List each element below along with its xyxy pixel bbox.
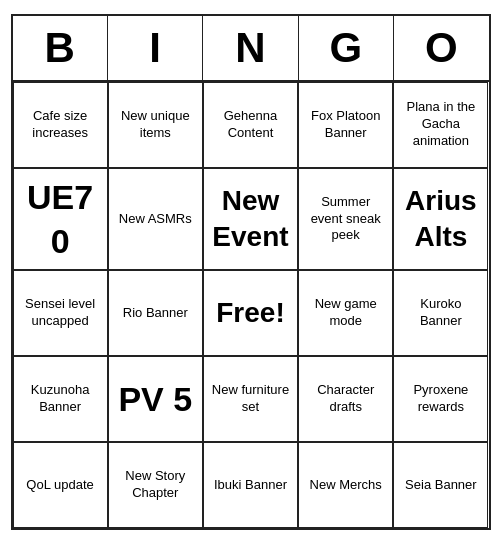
bingo-letter-i: I [108, 16, 203, 80]
bingo-card: BINGO Cafe size increasesNew unique item… [11, 14, 491, 530]
bingo-cell-10: Sensei level uncapped [13, 270, 108, 356]
bingo-letter-g: G [299, 16, 394, 80]
bingo-cell-20: QoL update [13, 442, 108, 528]
bingo-cell-5: UE70 [13, 168, 108, 270]
bingo-cell-24: Seia Banner [393, 442, 488, 528]
bingo-grid: Cafe size increasesNew unique itemsGehen… [13, 82, 489, 528]
bingo-cell-7: New Event [203, 168, 298, 270]
bingo-cell-14: Kuroko Banner [393, 270, 488, 356]
bingo-cell-6: New ASMRs [108, 168, 203, 270]
bingo-cell-23: New Merchs [298, 442, 393, 528]
bingo-cell-19: Pyroxene rewards [393, 356, 488, 442]
bingo-cell-16: PV 5 [108, 356, 203, 442]
bingo-cell-8: Summer event sneak peek [298, 168, 393, 270]
bingo-cell-4: Plana in the Gacha animation [393, 82, 488, 168]
bingo-cell-15: Kuzunoha Banner [13, 356, 108, 442]
bingo-cell-11: Rio Banner [108, 270, 203, 356]
bingo-cell-1: New unique items [108, 82, 203, 168]
bingo-cell-13: New game mode [298, 270, 393, 356]
bingo-cell-3: Fox Platoon Banner [298, 82, 393, 168]
bingo-cell-0: Cafe size increases [13, 82, 108, 168]
bingo-letter-b: B [13, 16, 108, 80]
bingo-cell-2: Gehenna Content [203, 82, 298, 168]
bingo-cell-22: Ibuki Banner [203, 442, 298, 528]
bingo-cell-17: New furniture set [203, 356, 298, 442]
bingo-header: BINGO [13, 16, 489, 82]
bingo-letter-n: N [203, 16, 298, 80]
bingo-cell-21: New Story Chapter [108, 442, 203, 528]
bingo-cell-18: Character drafts [298, 356, 393, 442]
bingo-cell-9: Arius Alts [393, 168, 488, 270]
bingo-letter-o: O [394, 16, 488, 80]
bingo-cell-12: Free! [203, 270, 298, 356]
